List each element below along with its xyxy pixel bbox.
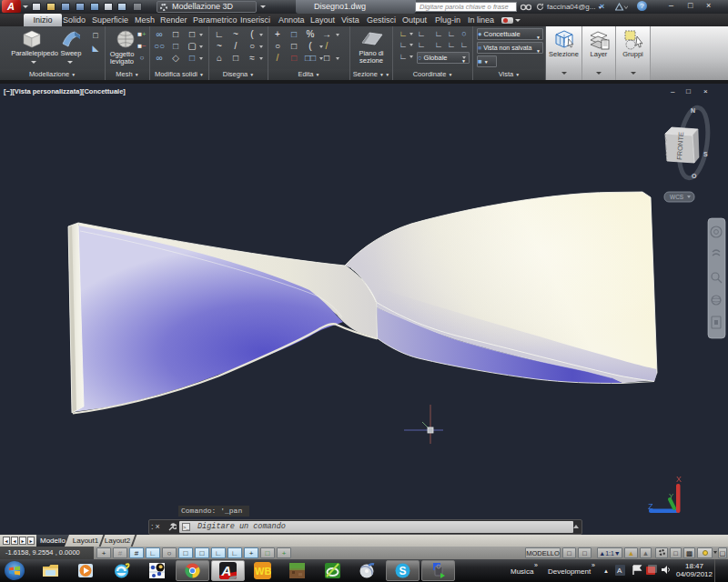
- svg-text:O: O: [692, 173, 697, 179]
- svg-text:WCS: WCS: [670, 194, 684, 200]
- svg-text:A: A: [221, 563, 232, 578]
- svg-text:S: S: [399, 565, 407, 577]
- svg-text:WB: WB: [255, 566, 271, 577]
- svg-text:Y: Y: [669, 492, 674, 500]
- svg-text:X: X: [676, 475, 682, 484]
- svg-text:Z: Z: [648, 502, 653, 511]
- svg-text:N: N: [691, 107, 695, 114]
- svg-text:S: S: [703, 151, 708, 157]
- svg-text:A: A: [617, 567, 622, 575]
